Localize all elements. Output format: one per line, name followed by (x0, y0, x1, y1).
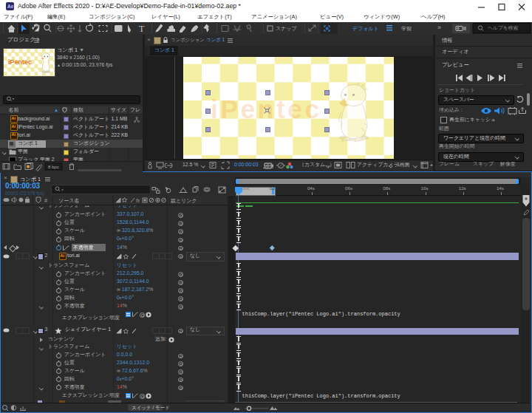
svg-text:#: # (44, 197, 48, 204)
svg-text:8 bpc: 8 bpc (48, 165, 59, 169)
svg-text:fx: fx (136, 198, 140, 203)
svg-text:T: T (139, 24, 145, 34)
